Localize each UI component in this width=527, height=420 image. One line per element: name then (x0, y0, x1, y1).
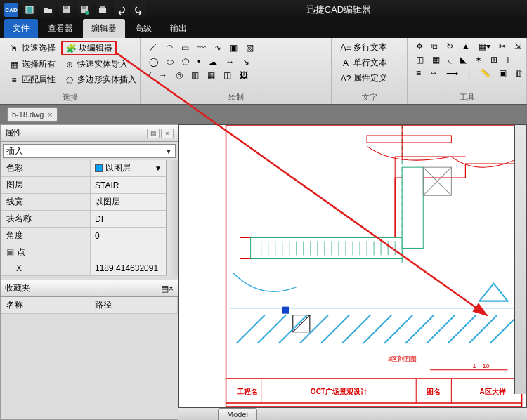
polygon-icon: ⬠ (64, 74, 75, 86)
prop-row-color[interactable]: 色彩 以图层▼ (1, 160, 166, 177)
group-tool-icon[interactable]: ▣ (496, 67, 509, 79)
polygon-tool-icon[interactable]: ⬠ (179, 56, 192, 67)
scale-label: 1：10 (472, 362, 489, 369)
polyline-tool-icon[interactable]: 〰 (195, 42, 209, 53)
stext-button[interactable]: A单行文本 (337, 56, 390, 70)
purge-tool-icon[interactable]: 🗑 (512, 67, 526, 79)
block-tool-icon[interactable]: ◫ (221, 70, 234, 81)
favorites-panel-header: 收藏夹 ▤× (1, 280, 178, 297)
canvas-vertical-scrollbar[interactable] (514, 125, 526, 394)
array-tool-icon[interactable]: ▦ (429, 54, 443, 65)
prop-row-lineweight[interactable]: 线宽以图层 (1, 194, 166, 211)
spline-tool-icon[interactable]: ∿ (212, 42, 224, 53)
cloud-tool-icon[interactable]: ☁ (206, 56, 220, 67)
redo-icon[interactable] (132, 3, 146, 17)
polygon-entity-insert-button[interactable]: ⬠多边形实体插入 (61, 73, 139, 86)
arc-tool-icon[interactable]: ◠ (163, 42, 176, 53)
tab-viewer[interactable]: 查看器 (39, 19, 82, 38)
quick-select-button[interactable]: 🖱快速选择 (6, 41, 58, 55)
tab-advanced[interactable]: 高级 (126, 19, 160, 38)
table-tool-icon[interactable]: ▦ (204, 70, 218, 81)
select-all-icon: ▦ (8, 59, 20, 70)
break-tool-icon[interactable]: ⦀ (503, 54, 512, 65)
insert-combo[interactable]: 插入 ▼ (3, 144, 176, 158)
tab-output[interactable]: 输出 (162, 19, 195, 38)
trim-tool-icon[interactable]: ✂ (496, 41, 509, 52)
dim-tool-icon[interactable]: ↔ (223, 56, 237, 67)
app-logo-icon[interactable]: CAD (4, 3, 18, 17)
region-tool-icon[interactable]: ▣ (227, 42, 240, 53)
attdef-icon: A? (340, 73, 351, 84)
ray-tool-icon[interactable]: → (156, 70, 170, 81)
mirror-tool-icon[interactable]: ▲ (459, 41, 473, 52)
align-tool-icon[interactable]: ≡ (413, 67, 424, 79)
tab-editor[interactable]: 编辑器 (83, 19, 125, 38)
panel-pin-icon[interactable]: ▤ (161, 284, 169, 294)
select-all-label: 选择所有 (22, 58, 56, 70)
attdef-button[interactable]: A?属性定义 (337, 72, 390, 85)
block-editor-button[interactable]: 🧩块编辑器 (61, 41, 117, 55)
group-text-label: 文字 (337, 91, 401, 103)
prop-row-point[interactable]: ▣点 (1, 244, 166, 261)
donut-tool-icon[interactable]: ◎ (173, 70, 186, 81)
stretch-tool-icon[interactable]: ↔ (427, 67, 441, 79)
save-file-icon[interactable] (59, 3, 73, 17)
rect-tool-icon[interactable]: ▭ (178, 42, 192, 53)
fillet-tool-icon[interactable]: ◟ (445, 54, 455, 65)
mtext-button[interactable]: A≡多行文本 (337, 41, 390, 54)
properties-scrollbar[interactable] (166, 160, 178, 276)
undo-icon[interactable] (114, 3, 128, 17)
point-tool-icon[interactable]: • (195, 56, 203, 67)
prop-row-angle[interactable]: 角度0 (1, 228, 166, 244)
measure-tool-icon[interactable]: 📏 (477, 67, 493, 79)
save-as-icon[interactable] (77, 3, 91, 17)
panel-close-icon[interactable]: × (169, 284, 174, 294)
match-props-button[interactable]: ≡匹配属性 (6, 73, 58, 86)
panel-pin-icon[interactable]: ▤ (147, 129, 160, 138)
model-tab[interactable]: Model (218, 408, 257, 420)
cursor-icon: 🖱 (8, 43, 20, 54)
explode-tool-icon[interactable]: ✶ (472, 54, 485, 65)
hatch-tool-icon[interactable]: ▨ (243, 42, 256, 53)
drawing-canvas[interactable]: a区剖面图 1：10 工程名 OCT广场景观设计 图名 A区大样 (178, 124, 527, 407)
properties-panel: 属性 ▤× 插入 ▼ 色彩 以图层▼ 图层STAIR 线宽以图层 块名称DI 角… (0, 124, 178, 420)
tab-file[interactable]: 文件 (4, 19, 38, 38)
print-icon[interactable] (96, 3, 110, 17)
offset-tool-icon[interactable]: ◫ (413, 54, 427, 65)
document-tab[interactable]: b-18.dwg × (7, 107, 58, 122)
xline-tool-icon[interactable]: ∕ (146, 70, 153, 81)
line-tool-icon[interactable]: ／ (146, 41, 160, 54)
quick-select-label: 快速选择 (22, 42, 56, 54)
svg-rect-38 (282, 307, 289, 314)
open-file-icon[interactable] (41, 3, 55, 17)
quick-entity-import-button[interactable]: ⊕快速实体导入 (61, 58, 131, 71)
extend-tool-icon[interactable]: ⇲ (512, 41, 524, 52)
join-tool-icon[interactable]: ⊞ (488, 54, 500, 65)
move-tool-icon[interactable]: ✥ (413, 41, 426, 52)
lengthen-tool-icon[interactable]: ⟶ (443, 67, 461, 79)
svg-line-42 (258, 315, 286, 343)
image-tool-icon[interactable]: 🖼 (237, 70, 251, 81)
ribbon-group-tools: ✥ ⧉ ↻ ▲ ▦▾ ✂ ⇲ ◫ ▦ ◟ ◣ ✶ ⊞ ⦀ ≡ ↔ ⟶ ┆ (408, 38, 527, 104)
rotate-tool-icon[interactable]: ↻ (443, 41, 456, 52)
ellipse-tool-icon[interactable]: ⬭ (164, 56, 176, 67)
select-all-button[interactable]: ▦选择所有 (6, 58, 58, 71)
wipeout-tool-icon[interactable]: ▥ (188, 70, 202, 81)
fav-col-path[interactable]: 路径 (89, 297, 178, 313)
prop-row-layer[interactable]: 图层STAIR (1, 177, 166, 194)
svg-line-40 (293, 315, 310, 332)
new-file-icon[interactable] (22, 3, 37, 17)
chamfer-tool-icon[interactable]: ◣ (457, 54, 469, 65)
scale-tool-icon[interactable]: ▦▾ (476, 41, 493, 52)
prop-row-x[interactable]: X1189.414632091 (1, 261, 166, 276)
panel-close-icon[interactable]: × (161, 129, 174, 138)
favorites-body (1, 314, 178, 419)
app-title: 迅捷CAD编辑器 (150, 4, 527, 16)
copy-tool-icon[interactable]: ⧉ (429, 41, 441, 52)
circle-tool-icon[interactable]: ◯ (146, 56, 161, 67)
close-doc-icon[interactable]: × (48, 110, 52, 119)
fav-col-name[interactable]: 名称 (1, 297, 89, 313)
leader-tool-icon[interactable]: ↘ (240, 56, 252, 67)
prop-row-blockname[interactable]: 块名称DI (1, 211, 166, 228)
divide-tool-icon[interactable]: ┆ (464, 67, 474, 79)
